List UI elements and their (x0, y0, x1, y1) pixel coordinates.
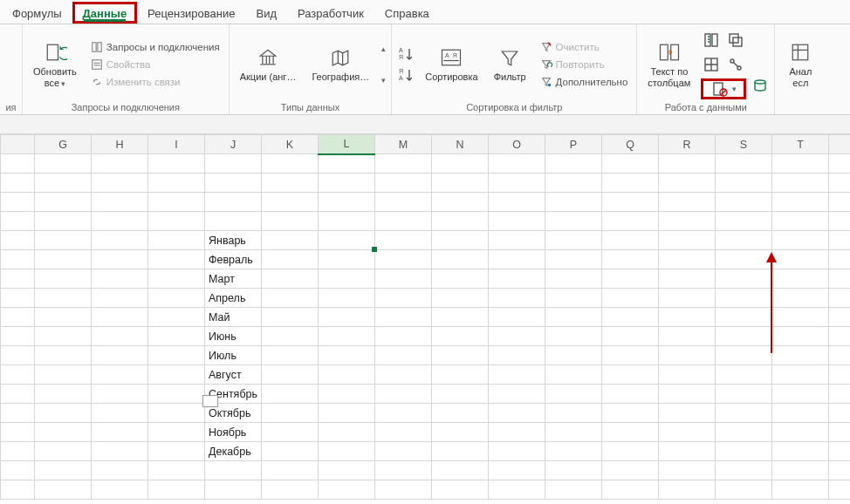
data-model-icon (751, 77, 769, 94)
svg-rect-2 (98, 42, 101, 51)
ribbon-tabs: Формулы Данные Рецензирование Вид Разраб… (0, 0, 850, 24)
formula-bar-strip (0, 115, 850, 134)
cell-L6-selected[interactable] (319, 231, 375, 250)
col-U[interactable]: U (829, 135, 851, 154)
advanced-label: Дополнительно (556, 77, 628, 87)
tab-developer[interactable]: Разработчик (287, 2, 374, 24)
cell-J8[interactable]: Март (205, 269, 262, 289)
col-H[interactable]: H (92, 135, 148, 154)
worksheet[interactable]: G H I J K L M N O P Q R S T U Январь Фев… (0, 134, 850, 500)
map-icon (328, 45, 353, 70)
edit-links-button[interactable]: Изменить связи (87, 75, 223, 89)
col-L[interactable]: L (319, 135, 375, 154)
svg-rect-27 (730, 34, 738, 43)
col-J[interactable]: J (205, 135, 262, 154)
svg-text:А: А (445, 52, 449, 58)
whatif-button[interactable]: Анал есл (780, 38, 820, 90)
advanced-filter-button[interactable]: Дополнительно (537, 75, 632, 89)
stocks-button[interactable]: Акции (анг… (235, 44, 302, 85)
group-datatools-label: Работа с данными (642, 100, 769, 112)
chevron-down-icon: ▾ (732, 85, 737, 93)
svg-rect-35 (793, 44, 809, 60)
cell-J9[interactable]: Апрель (205, 289, 262, 308)
chevron-down-icon: ▾ (61, 79, 65, 88)
ribbon: ия Обновить все▾ Запросы и подключения (0, 24, 850, 115)
refresh-all-button[interactable]: Обновить все▾ (28, 38, 82, 90)
tab-review[interactable]: Рецензирование (137, 2, 245, 24)
data-model-button[interactable] (751, 77, 769, 97)
svg-rect-26 (712, 34, 717, 46)
col-M[interactable]: M (375, 135, 432, 154)
cell-J10[interactable]: Май (205, 308, 262, 327)
cell-J13[interactable]: Август (205, 365, 262, 385)
properties-button[interactable]: Свойства (87, 58, 223, 72)
group-sortfilter-label: Сортировка и фильтр (397, 100, 631, 112)
geography-button[interactable]: География… (306, 44, 374, 85)
svg-rect-1 (93, 42, 96, 51)
svg-text:Я: Я (453, 52, 457, 58)
stub-label: ия (5, 100, 17, 112)
funnel-icon (497, 45, 522, 70)
sort-asc-icon: AЯ (397, 45, 415, 63)
queries-connections-button[interactable]: Запросы и подключения (87, 40, 223, 54)
svg-rect-3 (93, 59, 102, 69)
flash-fill-button[interactable] (701, 30, 722, 51)
cell-J7[interactable]: Февраль (205, 250, 262, 269)
relationships-button[interactable] (725, 54, 746, 75)
data-validation-button[interactable]: ▾ (701, 78, 746, 99)
col-O[interactable]: O (489, 135, 545, 154)
sort-desc-icon: ЯA (397, 66, 415, 84)
col-Q[interactable]: Q (602, 135, 659, 154)
tab-view[interactable]: Вид (246, 2, 288, 24)
cell-J17[interactable]: Декабрь (205, 442, 262, 461)
svg-rect-25 (705, 34, 710, 46)
col-N[interactable]: N (432, 135, 489, 154)
col-G[interactable]: G (35, 135, 92, 154)
column-headers[interactable]: G H I J K L M N O P Q R S T U (1, 135, 851, 154)
cell-J11[interactable]: Июнь (205, 327, 262, 346)
svg-rect-32 (714, 83, 723, 95)
links-icon (91, 76, 103, 88)
consolidate-button[interactable] (701, 54, 722, 75)
consolidate-icon (703, 56, 720, 73)
refresh-all-label: Обновить все (33, 66, 77, 88)
sort-button[interactable]: АЯ Сортировка (420, 44, 483, 85)
col-P[interactable]: P (545, 135, 602, 154)
scroll-up-icon[interactable]: ▴ (381, 44, 386, 53)
geography-label: География… (312, 72, 369, 83)
col-I[interactable]: I (148, 135, 205, 154)
cell-J12[interactable]: Июль (205, 346, 262, 365)
svg-text:Я: Я (399, 54, 403, 60)
reapply-button[interactable]: Повторить (537, 58, 632, 72)
svg-text:A: A (399, 75, 403, 81)
cell-J6[interactable]: Январь (205, 231, 262, 250)
group-types-label: Типы данных (235, 100, 387, 112)
stocks-label: Акции (анг… (240, 72, 297, 83)
clear-filter-button[interactable]: Очистить (537, 40, 632, 54)
text-to-columns-button[interactable]: Текст по столбцам (642, 38, 696, 90)
clear-icon (540, 41, 552, 53)
col-T[interactable]: T (772, 135, 829, 154)
col-S[interactable]: S (716, 135, 772, 154)
bank-icon (256, 45, 280, 70)
remove-duplicates-button[interactable] (725, 30, 746, 51)
tab-formulas[interactable]: Формулы (2, 2, 72, 24)
text-to-columns-icon (657, 40, 682, 65)
svg-line-34 (721, 90, 726, 95)
tab-data[interactable]: Данные (72, 2, 138, 24)
sort-dialog-icon: АЯ (439, 45, 463, 70)
col-K[interactable]: K (262, 135, 319, 154)
tab-help[interactable]: Справка (374, 2, 440, 24)
sort-asc-desc[interactable]: AЯ ЯA (397, 45, 415, 84)
autofill-options-icon[interactable] (202, 395, 218, 407)
svg-rect-28 (733, 37, 742, 46)
svg-rect-0 (47, 44, 58, 60)
whatif-icon (788, 40, 812, 65)
col-R[interactable]: R (659, 135, 716, 154)
filter-button[interactable]: Фильтр (489, 44, 531, 85)
cell-J16[interactable]: Ноябрь (205, 423, 262, 442)
data-validation-icon (711, 80, 729, 98)
reapply-label: Повторить (556, 59, 605, 70)
queries-label: Запросы и подключения (106, 42, 220, 52)
scroll-down-icon[interactable]: ▾ (381, 76, 386, 85)
